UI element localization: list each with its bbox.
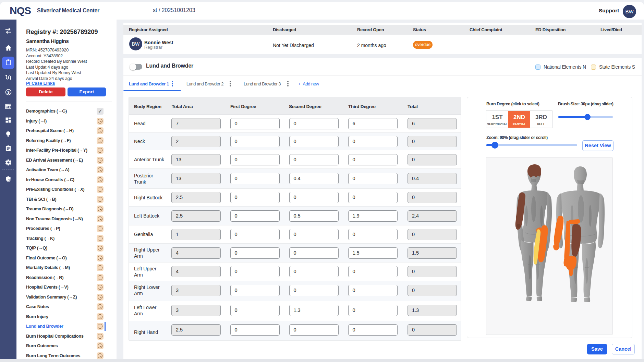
svg-text:$: $ (7, 90, 10, 94)
